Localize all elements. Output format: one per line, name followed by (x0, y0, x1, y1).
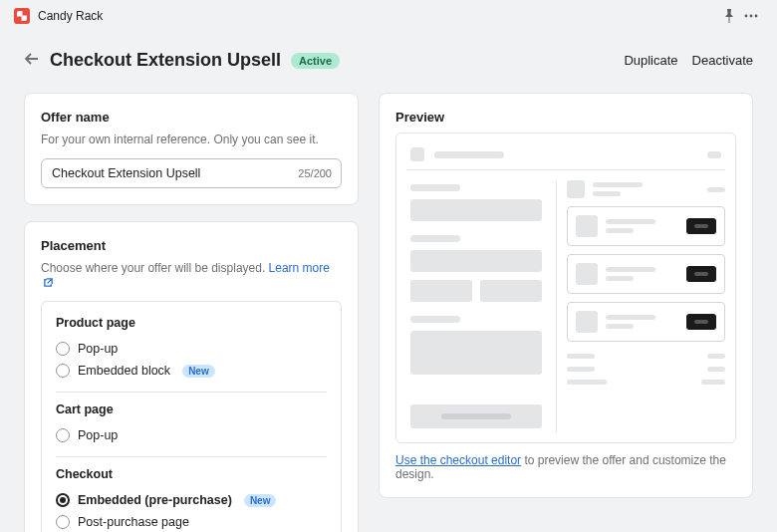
skeleton (410, 199, 542, 221)
skeleton (707, 367, 725, 372)
skeleton (410, 250, 542, 272)
duplicate-button[interactable]: Duplicate (624, 53, 677, 68)
skeleton (707, 151, 721, 158)
skeleton (576, 215, 598, 237)
skeleton (410, 184, 460, 191)
skeleton (707, 354, 725, 359)
new-badge: New (244, 494, 277, 507)
preview-canvas (395, 133, 736, 443)
skeleton (410, 331, 542, 375)
upsell-slot (567, 302, 725, 342)
skeleton (606, 228, 634, 233)
skeleton (576, 311, 598, 333)
skeleton (410, 280, 472, 302)
radio-icon (56, 428, 70, 442)
group-checkout: Checkout (56, 467, 327, 481)
skeleton (606, 219, 655, 224)
placement-card: Placement Choose where your offer will b… (24, 221, 359, 532)
skeleton (567, 180, 585, 198)
preview-title: Preview (395, 110, 736, 125)
more-icon[interactable] (739, 5, 763, 27)
skeleton (410, 404, 542, 428)
skeleton (567, 354, 595, 359)
skeleton (480, 280, 542, 302)
checkout-editor-link[interactable]: Use the checkout editor (395, 453, 521, 467)
group-cart-page: Cart page (56, 402, 327, 416)
app-logo (14, 8, 30, 24)
skeleton (606, 324, 634, 329)
option-product-popup[interactable]: Pop-up (56, 338, 327, 360)
placement-title: Placement (41, 238, 342, 253)
skeleton (567, 367, 595, 372)
radio-icon (56, 493, 70, 507)
skeleton (606, 267, 655, 272)
skeleton (576, 263, 598, 285)
new-badge: New (182, 365, 215, 378)
skeleton (593, 182, 643, 187)
option-checkout-embedded[interactable]: Embedded (pre-purchase) New (56, 489, 327, 511)
preview-footer: Use the checkout editor to preview the o… (395, 453, 736, 481)
skeleton (606, 276, 634, 281)
deactivate-button[interactable]: Deactivate (692, 53, 753, 68)
skeleton (567, 380, 607, 385)
svg-point-2 (755, 15, 758, 18)
skeleton (701, 380, 725, 385)
offer-name-title: Offer name (41, 110, 342, 125)
radio-icon (56, 515, 70, 529)
upsell-slot (567, 206, 725, 246)
skeleton (410, 235, 460, 242)
offer-name-input[interactable] (41, 158, 342, 188)
group-product-page: Product page (56, 316, 327, 330)
status-badge: Active (291, 53, 340, 69)
skeleton (593, 191, 621, 196)
skeleton (434, 151, 504, 158)
upsell-slot (567, 254, 725, 294)
skeleton (410, 147, 424, 161)
offer-name-card: Offer name For your own internal referen… (24, 93, 359, 205)
radio-icon (56, 364, 70, 378)
placement-sub: Choose where your offer will be displaye… (41, 261, 342, 289)
radio-icon (56, 342, 70, 356)
skeleton (686, 218, 716, 234)
preview-card: Preview (379, 93, 753, 498)
offer-name-sub: For your own internal reference. Only yo… (41, 133, 342, 146)
pin-icon[interactable] (719, 5, 739, 27)
back-arrow-icon[interactable] (24, 52, 40, 69)
offer-name-counter: 25/200 (298, 167, 332, 179)
skeleton (686, 266, 716, 282)
skeleton (606, 315, 655, 320)
option-product-embedded[interactable]: Embedded block New (56, 360, 327, 382)
skeleton (707, 187, 725, 192)
skeleton (410, 316, 460, 323)
skeleton (686, 314, 716, 330)
page-title: Checkout Extension Upsell (50, 50, 281, 71)
svg-point-0 (745, 15, 748, 18)
app-name: Candy Rack (38, 9, 103, 23)
option-checkout-post[interactable]: Post-purchase page (56, 511, 327, 532)
svg-point-1 (750, 15, 753, 18)
option-cart-popup[interactable]: Pop-up (56, 424, 327, 446)
